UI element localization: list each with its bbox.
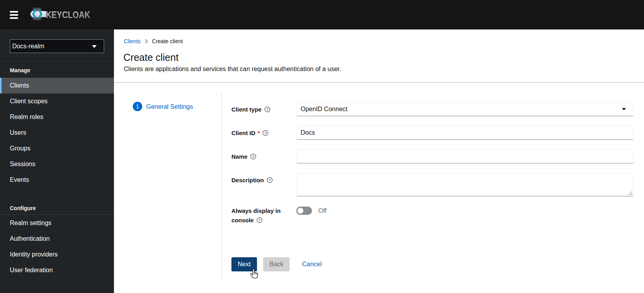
svg-text:?: ? — [266, 108, 268, 112]
svg-text:?: ? — [268, 178, 271, 182]
svg-text:?: ? — [258, 218, 261, 222]
svg-text:?: ? — [252, 155, 255, 159]
svg-text:KEYCLOAK: KEYCLOAK — [46, 9, 91, 20]
svg-text:?: ? — [264, 131, 267, 135]
